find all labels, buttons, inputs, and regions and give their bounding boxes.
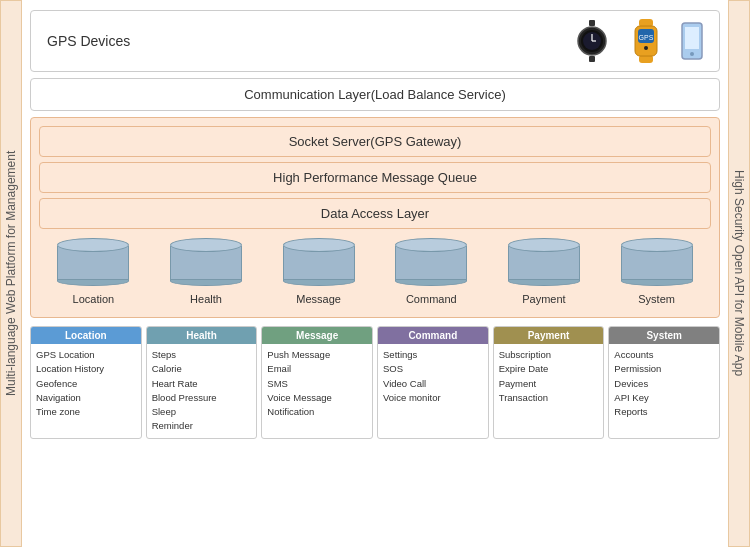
gps-box: GPS Devices [30, 10, 720, 72]
db-cylinder [621, 238, 693, 288]
db-item-system: System [621, 238, 693, 305]
db-item-message: Message [283, 238, 355, 305]
panel-body-message: Push MessageEmailSMSVoice MessageNotific… [262, 344, 372, 423]
panel-item: Steps [152, 348, 252, 362]
panel-item: Expire Date [499, 362, 599, 376]
panel-header-location: Location [31, 327, 141, 344]
svg-rect-14 [685, 27, 699, 49]
panel-item: Permission [614, 362, 714, 376]
svg-text:GPS: GPS [639, 34, 654, 41]
panel-item: Voice monitor [383, 391, 483, 405]
db-label: Location [73, 293, 115, 305]
panel-item: Devices [614, 377, 714, 391]
db-cylinder-top [395, 238, 467, 252]
panel-item: Payment [499, 377, 599, 391]
db-item-health: Health [170, 238, 242, 305]
panel-header-payment: Payment [494, 327, 604, 344]
panel-item: Reminder [152, 419, 252, 433]
panel-item: Sleep [152, 405, 252, 419]
db-cylinder [508, 238, 580, 288]
db-cylinder-top [57, 238, 129, 252]
info-panel-payment: PaymentSubscriptionExpire DatePaymentTra… [493, 326, 605, 439]
panel-item: Blood Pressure [152, 391, 252, 405]
comm-layer-text: Communication Layer(Load Balance Service… [244, 87, 506, 102]
panel-item: Geofence [36, 377, 136, 391]
svg-point-15 [690, 52, 694, 56]
panel-item: Email [267, 362, 367, 376]
db-item-payment: Payment [508, 238, 580, 305]
svg-point-12 [644, 46, 648, 50]
band-watch-icon: GPS [625, 19, 667, 63]
gps-devices: GPS [573, 19, 703, 63]
info-panel-command: CommandSettingsSOSVideo CallVoice monito… [377, 326, 489, 439]
message-queue-text: High Performance Message Queue [273, 170, 477, 185]
right-side-label: High Security Open API for Mobile App [728, 0, 750, 547]
panel-item: GPS Location [36, 348, 136, 362]
panel-body-command: SettingsSOSVideo CallVoice monitor [378, 344, 488, 409]
db-label: Command [406, 293, 457, 305]
info-panel-health: HealthStepsCalorieHeart RateBlood Pressu… [146, 326, 258, 439]
db-cylinder-top [508, 238, 580, 252]
db-label: Payment [522, 293, 565, 305]
comm-layer-box: Communication Layer(Load Balance Service… [30, 78, 720, 111]
db-cylinder [170, 238, 242, 288]
panel-item: Location History [36, 362, 136, 376]
info-panel-system: SystemAccountsPermissionDevicesAPI KeyRe… [608, 326, 720, 439]
round-watch-icon [573, 20, 611, 62]
panel-item: Push Message [267, 348, 367, 362]
svg-rect-1 [589, 56, 595, 62]
page-wrapper: Multi-language Web Platform for Manageme… [0, 0, 750, 547]
socket-server-box: Socket Server(GPS Gateway) [39, 126, 711, 157]
left-side-label: Multi-language Web Platform for Manageme… [0, 0, 22, 547]
panel-item: Heart Rate [152, 377, 252, 391]
gps-label: GPS Devices [47, 33, 130, 49]
panel-item: Reports [614, 405, 714, 419]
db-cylinder [395, 238, 467, 288]
orange-section: Socket Server(GPS Gateway) High Performa… [30, 117, 720, 318]
panel-item: API Key [614, 391, 714, 405]
db-label: System [638, 293, 675, 305]
tablet-icon [681, 22, 703, 60]
panel-header-health: Health [147, 327, 257, 344]
message-queue-box: High Performance Message Queue [39, 162, 711, 193]
panel-item: SOS [383, 362, 483, 376]
panel-item: Accounts [614, 348, 714, 362]
db-item-location: Location [57, 238, 129, 305]
panel-body-system: AccountsPermissionDevicesAPI KeyReports [609, 344, 719, 423]
panel-body-payment: SubscriptionExpire DatePaymentTransactio… [494, 344, 604, 409]
panel-header-message: Message [262, 327, 372, 344]
panel-item: Video Call [383, 377, 483, 391]
data-access-box: Data Access Layer [39, 198, 711, 229]
db-row: Location Health Message Command [39, 234, 711, 309]
db-cylinder [57, 238, 129, 288]
db-label: Health [190, 293, 222, 305]
panel-item: Voice Message [267, 391, 367, 405]
panel-item: Notification [267, 405, 367, 419]
db-cylinder-top [170, 238, 242, 252]
panel-item: Subscription [499, 348, 599, 362]
panel-item: Settings [383, 348, 483, 362]
socket-server-text: Socket Server(GPS Gateway) [289, 134, 462, 149]
db-cylinder-top [283, 238, 355, 252]
main-content: GPS Devices [22, 0, 728, 547]
db-cylinder [283, 238, 355, 288]
info-panel-location: LocationGPS LocationLocation HistoryGeof… [30, 326, 142, 439]
svg-rect-0 [589, 20, 595, 26]
panel-body-location: GPS LocationLocation HistoryGeofenceNavi… [31, 344, 141, 423]
db-label: Message [296, 293, 341, 305]
panel-item: Transaction [499, 391, 599, 405]
info-panel-message: MessagePush MessageEmailSMSVoice Message… [261, 326, 373, 439]
bottom-section: LocationGPS LocationLocation HistoryGeof… [30, 326, 720, 439]
panel-item: Time zone [36, 405, 136, 419]
panel-item: Calorie [152, 362, 252, 376]
db-item-command: Command [395, 238, 467, 305]
panel-header-command: Command [378, 327, 488, 344]
panel-item: Navigation [36, 391, 136, 405]
panel-body-health: StepsCalorieHeart RateBlood PressureSlee… [147, 344, 257, 438]
db-cylinder-top [621, 238, 693, 252]
panel-item: SMS [267, 377, 367, 391]
panel-header-system: System [609, 327, 719, 344]
data-access-text: Data Access Layer [321, 206, 429, 221]
